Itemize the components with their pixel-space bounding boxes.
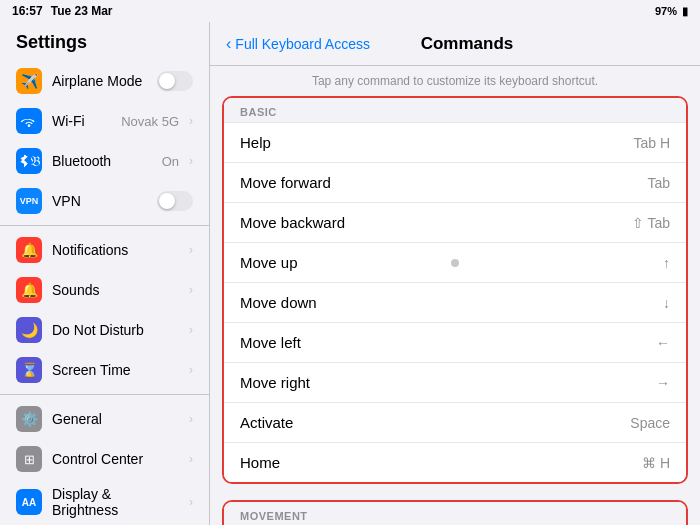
wifi-value: Novak 5G [121, 114, 179, 129]
display-brightness-icon: AA [16, 489, 42, 515]
bluetooth-icon: 𝔅 [16, 148, 42, 174]
status-date: Tue 23 Mar [51, 4, 113, 18]
command-row-move-right-1[interactable]: Move right → [224, 362, 686, 402]
back-chevron-icon: ‹ [226, 35, 231, 53]
status-time: 16:57 [12, 4, 43, 18]
main-layout: Settings ✈️ Airplane Mode Wi-Fi Novak 5G… [0, 22, 700, 525]
command-name: Help [240, 134, 271, 151]
command-shortcut: → [656, 375, 670, 391]
sidebar-divider [0, 225, 209, 226]
command-row-help[interactable]: Help Tab H [224, 122, 686, 162]
sounds-icon: 🔔 [16, 277, 42, 303]
sidebar-item-airplane-mode[interactable]: ✈️ Airplane Mode [0, 61, 209, 101]
command-shortcut: ⌘ H [642, 455, 670, 471]
control-center-icon: ⊞ [16, 446, 42, 472]
chevron-icon: › [189, 363, 193, 377]
chevron-icon: › [189, 283, 193, 297]
command-shortcut: Tab [647, 175, 670, 191]
basic-section-group: BASIC Help Tab H Move forward Tab Move b… [222, 96, 688, 484]
command-name: Move forward [240, 174, 331, 191]
sidebar-item-screen-time[interactable]: ⌛ Screen Time › [0, 350, 209, 390]
sidebar-item-label: Control Center [52, 451, 179, 467]
airplane-mode-icon: ✈️ [16, 68, 42, 94]
chevron-icon: › [189, 412, 193, 426]
sidebar-item-label: Do Not Disturb [52, 322, 179, 338]
status-bar: 16:57 Tue 23 Mar 97% ▮ [0, 0, 700, 22]
command-name: Move right [240, 374, 310, 391]
sidebar-item-control-center[interactable]: ⊞ Control Center › [0, 439, 209, 479]
command-name: Move backward [240, 214, 345, 231]
screen-time-icon: ⌛ [16, 357, 42, 383]
movement-section-group: MOVEMENT Move forward Tab Move backward … [222, 500, 688, 525]
sidebar-divider [0, 394, 209, 395]
command-row-activate[interactable]: Activate Space [224, 402, 686, 442]
sidebar-item-label: General [52, 411, 179, 427]
chevron-icon: › [189, 114, 193, 128]
movement-section-header: MOVEMENT [224, 502, 686, 525]
sidebar-item-display-brightness[interactable]: AA Display & Brightness › [0, 479, 209, 525]
chevron-icon: › [189, 323, 193, 337]
scroll-indicator [451, 259, 459, 267]
commands-container[interactable]: Tap any command to customize its keyboar… [210, 66, 700, 525]
airplane-mode-toggle[interactable] [157, 71, 193, 91]
sidebar-item-notifications[interactable]: 🔔 Notifications › [0, 230, 209, 270]
sidebar-item-do-not-disturb[interactable]: 🌙 Do Not Disturb › [0, 310, 209, 350]
command-name: Activate [240, 414, 293, 431]
command-shortcut: ⇧ Tab [632, 215, 670, 231]
vpn-toggle[interactable] [157, 191, 193, 211]
chevron-icon: › [189, 495, 193, 509]
sidebar-item-label: Wi-Fi [52, 113, 111, 129]
command-name: Move left [240, 334, 301, 351]
back-label: Full Keyboard Access [235, 36, 370, 52]
sidebar-title: Settings [0, 22, 209, 61]
do-not-disturb-icon: 🌙 [16, 317, 42, 343]
sidebar: Settings ✈️ Airplane Mode Wi-Fi Novak 5G… [0, 22, 210, 525]
sidebar-item-label: Sounds [52, 282, 179, 298]
command-row-home[interactable]: Home ⌘ H [224, 442, 686, 482]
command-shortcut: ← [656, 335, 670, 351]
command-shortcut: ↓ [663, 295, 670, 311]
command-shortcut: Tab H [633, 135, 670, 151]
general-icon: ⚙️ [16, 406, 42, 432]
command-row-move-backward-1[interactable]: Move backward ⇧ Tab [224, 202, 686, 242]
command-row-move-left-1[interactable]: Move left ← [224, 322, 686, 362]
sidebar-item-label: Screen Time [52, 362, 179, 378]
command-row-move-forward-1[interactable]: Move forward Tab [224, 162, 686, 202]
sidebar-item-general[interactable]: ⚙️ General › [0, 399, 209, 439]
sidebar-item-sounds[interactable]: 🔔 Sounds › [0, 270, 209, 310]
detail-pane: ‹ Full Keyboard Access Commands Tap any … [210, 22, 700, 525]
sidebar-item-label: Notifications [52, 242, 179, 258]
battery-icon: ▮ [682, 5, 688, 18]
basic-section-header: BASIC [224, 98, 686, 122]
sidebar-item-label: Airplane Mode [52, 73, 147, 89]
command-row-move-down-1[interactable]: Move down ↓ [224, 282, 686, 322]
vpn-icon: VPN [16, 188, 42, 214]
command-shortcut: ↑ [663, 255, 670, 271]
command-name: Move up [240, 254, 298, 271]
command-name: Home [240, 454, 280, 471]
chevron-icon: › [189, 452, 193, 466]
back-button[interactable]: ‹ Full Keyboard Access [226, 35, 370, 53]
battery-percent: 97% [655, 5, 677, 17]
chevron-icon: › [189, 154, 193, 168]
sidebar-item-label: VPN [52, 193, 147, 209]
command-shortcut: Space [630, 415, 670, 431]
sidebar-item-bluetooth[interactable]: 𝔅 Bluetooth On › [0, 141, 209, 181]
notifications-icon: 🔔 [16, 237, 42, 263]
chevron-icon: › [189, 243, 193, 257]
detail-header: ‹ Full Keyboard Access Commands [210, 22, 700, 66]
sidebar-item-wifi[interactable]: Wi-Fi Novak 5G › [0, 101, 209, 141]
wifi-icon [16, 108, 42, 134]
sidebar-item-label: Bluetooth [52, 153, 152, 169]
detail-title: Commands [370, 34, 564, 54]
sidebar-item-label: Display & Brightness [52, 486, 179, 518]
sidebar-item-vpn[interactable]: VPN VPN [0, 181, 209, 221]
hint-text: Tap any command to customize its keyboar… [222, 66, 688, 96]
bluetooth-value: On [162, 154, 179, 169]
command-name: Move down [240, 294, 317, 311]
command-row-move-up-1[interactable]: Move up ↑ [224, 242, 686, 282]
